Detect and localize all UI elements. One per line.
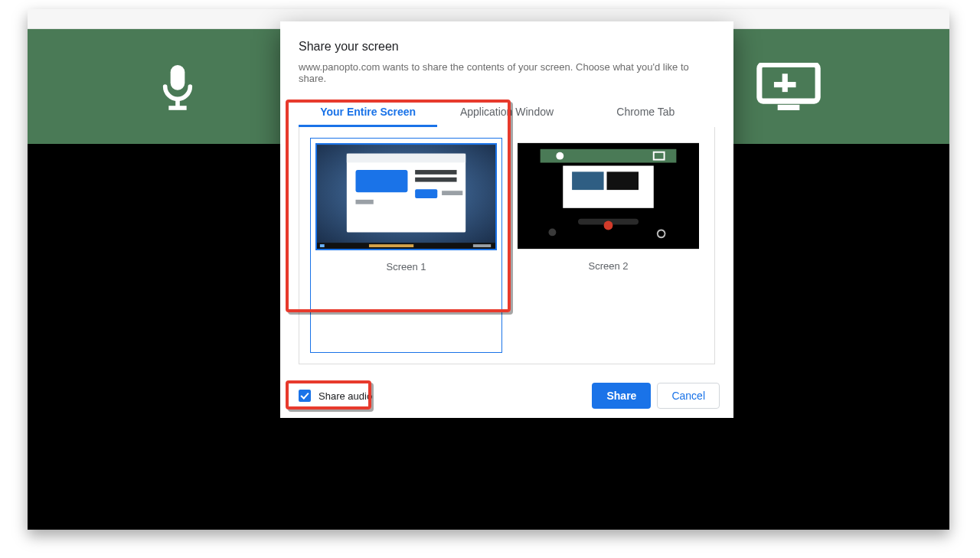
share-tabs: Your Entire Screen Application Window Ch… xyxy=(299,98,715,127)
svg-rect-19 xyxy=(369,244,413,247)
svg-point-23 xyxy=(556,152,564,160)
screen-option-2[interactable]: Screen 2 xyxy=(513,138,704,353)
svg-rect-0 xyxy=(171,65,185,90)
svg-point-30 xyxy=(548,228,556,236)
cancel-button[interactable]: Cancel xyxy=(657,383,720,409)
svg-rect-27 xyxy=(607,171,639,190)
dialog-title: Share your screen xyxy=(299,40,715,54)
tab-chrome-tab[interactable]: Chrome Tab xyxy=(577,98,715,127)
svg-rect-12 xyxy=(415,170,456,175)
svg-rect-20 xyxy=(473,244,491,247)
add-screen-icon[interactable] xyxy=(756,63,821,110)
svg-rect-6 xyxy=(778,105,800,110)
svg-rect-26 xyxy=(572,171,603,190)
screen-option-1[interactable]: Screen 1 xyxy=(310,138,502,353)
share-screen-dialog: Share your screen www.panopto.com wants … xyxy=(280,21,733,418)
screen-1-thumb xyxy=(315,143,497,250)
tab-entire-screen[interactable]: Your Entire Screen xyxy=(299,98,437,127)
svg-rect-5 xyxy=(774,82,796,87)
svg-rect-16 xyxy=(355,200,373,204)
svg-rect-18 xyxy=(320,244,325,247)
tab-application-window[interactable]: Application Window xyxy=(437,98,576,127)
screen-1-label: Screen 1 xyxy=(315,261,497,272)
screen-2-thumb xyxy=(518,142,699,250)
screen-2-label: Screen 2 xyxy=(518,260,699,272)
share-audio-checkbox[interactable] xyxy=(299,390,311,402)
share-button[interactable]: Share xyxy=(592,383,651,409)
svg-rect-13 xyxy=(415,178,456,182)
svg-rect-11 xyxy=(355,170,407,192)
svg-rect-15 xyxy=(442,191,462,195)
app-window: Share your screen www.panopto.com wants … xyxy=(28,9,949,530)
microphone-icon[interactable] xyxy=(156,61,199,112)
svg-rect-10 xyxy=(347,154,466,163)
dialog-subtitle: www.panopto.com wants to share the conte… xyxy=(299,61,715,84)
share-audio-label: Share audio xyxy=(318,390,372,402)
screens-grid: Screen 1 xyxy=(299,127,715,364)
svg-rect-14 xyxy=(415,189,437,198)
svg-point-29 xyxy=(604,221,613,230)
share-audio-option[interactable]: Share audio xyxy=(294,387,377,405)
